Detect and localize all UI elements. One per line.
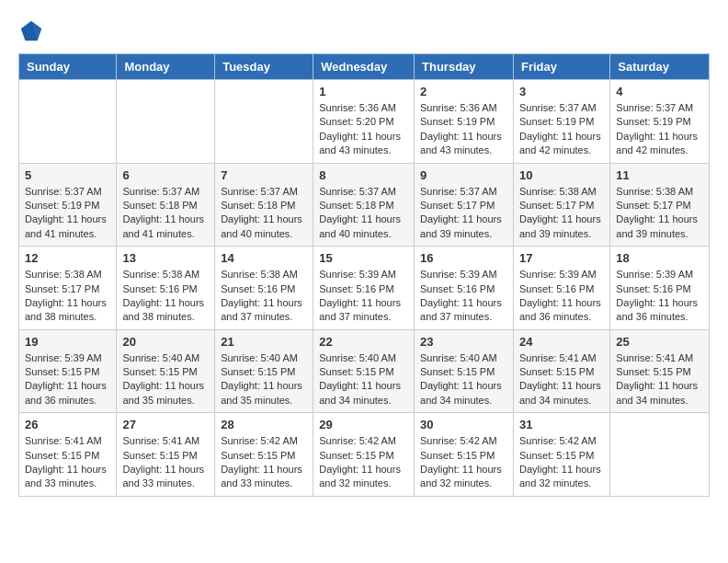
day-info: Sunrise: 5:37 AM Sunset: 5:17 PM Dayligh… [420,185,507,242]
header-cell: Tuesday [215,54,313,80]
calendar-cell: 17Sunrise: 5:39 AM Sunset: 5:16 PM Dayli… [513,247,609,330]
day-number: 31 [519,418,604,431]
calendar-header: SundayMondayTuesdayWednesdayThursdayFrid… [19,54,710,80]
day-info: Sunrise: 5:36 AM Sunset: 5:19 PM Dayligh… [420,101,507,158]
day-number: 22 [319,335,408,349]
day-info: Sunrise: 5:37 AM Sunset: 5:19 PM Dayligh… [519,101,604,158]
logo-icon [18,18,44,44]
calendar-cell: 14Sunrise: 5:38 AM Sunset: 5:16 PM Dayli… [215,247,313,330]
day-number: 8 [319,168,408,182]
day-info: Sunrise: 5:39 AM Sunset: 5:16 PM Dayligh… [319,268,408,325]
day-info: Sunrise: 5:40 AM Sunset: 5:15 PM Dayligh… [122,351,209,408]
day-number: 23 [420,335,507,349]
calendar-cell: 24Sunrise: 5:41 AM Sunset: 5:15 PM Dayli… [513,329,609,413]
day-number: 28 [221,418,307,431]
calendar-cell: 5Sunrise: 5:37 AM Sunset: 5:19 PM Daylig… [19,163,117,247]
day-number: 27 [122,418,209,431]
calendar-week-row: 12Sunrise: 5:38 AM Sunset: 5:17 PM Dayli… [19,247,710,330]
calendar-cell: 8Sunrise: 5:37 AM Sunset: 5:18 PM Daylig… [313,163,415,247]
day-number: 7 [221,168,307,182]
calendar-cell: 23Sunrise: 5:40 AM Sunset: 5:15 PM Dayli… [415,329,514,413]
calendar-cell: 2Sunrise: 5:36 AM Sunset: 5:19 PM Daylig… [415,80,514,164]
calendar-cell: 20Sunrise: 5:40 AM Sunset: 5:15 PM Dayli… [117,329,215,413]
calendar-cell [19,80,117,164]
day-info: Sunrise: 5:42 AM Sunset: 5:15 PM Dayligh… [519,434,604,491]
day-number: 14 [221,251,307,265]
day-info: Sunrise: 5:39 AM Sunset: 5:15 PM Dayligh… [25,351,110,408]
day-info: Sunrise: 5:36 AM Sunset: 5:20 PM Dayligh… [319,101,408,158]
calendar-cell: 1Sunrise: 5:36 AM Sunset: 5:20 PM Daylig… [313,80,415,164]
calendar-cell: 28Sunrise: 5:42 AM Sunset: 5:15 PM Dayli… [215,413,313,497]
day-info: Sunrise: 5:42 AM Sunset: 5:15 PM Dayligh… [319,434,408,491]
day-number: 21 [221,335,307,349]
calendar-cell: 12Sunrise: 5:38 AM Sunset: 5:17 PM Dayli… [19,247,117,330]
day-number: 29 [319,418,408,431]
day-info: Sunrise: 5:39 AM Sunset: 5:16 PM Dayligh… [616,268,703,325]
calendar-week-row: 19Sunrise: 5:39 AM Sunset: 5:15 PM Dayli… [19,329,710,413]
day-number: 20 [122,335,209,349]
calendar-cell: 30Sunrise: 5:42 AM Sunset: 5:15 PM Dayli… [415,413,514,497]
day-number: 10 [519,168,604,182]
header-cell: Wednesday [313,54,415,80]
day-number: 13 [122,251,209,265]
day-number: 4 [616,85,703,98]
day-info: Sunrise: 5:42 AM Sunset: 5:15 PM Dayligh… [420,434,507,491]
page-header [18,18,710,44]
day-info: Sunrise: 5:38 AM Sunset: 5:17 PM Dayligh… [519,185,604,242]
calendar-cell: 4Sunrise: 5:37 AM Sunset: 5:19 PM Daylig… [610,80,710,164]
calendar-cell: 31Sunrise: 5:42 AM Sunset: 5:15 PM Dayli… [513,413,609,497]
day-info: Sunrise: 5:41 AM Sunset: 5:15 PM Dayligh… [25,434,110,491]
day-number: 11 [616,168,703,182]
calendar-cell [610,413,710,497]
day-number: 9 [420,168,507,182]
day-info: Sunrise: 5:38 AM Sunset: 5:16 PM Dayligh… [122,268,209,325]
day-info: Sunrise: 5:41 AM Sunset: 5:15 PM Dayligh… [519,351,604,408]
day-info: Sunrise: 5:40 AM Sunset: 5:15 PM Dayligh… [319,351,408,408]
day-number: 16 [420,251,507,265]
calendar-cell: 21Sunrise: 5:40 AM Sunset: 5:15 PM Dayli… [215,329,313,413]
calendar-cell: 11Sunrise: 5:38 AM Sunset: 5:17 PM Dayli… [610,163,710,247]
day-info: Sunrise: 5:37 AM Sunset: 5:19 PM Dayligh… [25,185,110,242]
day-info: Sunrise: 5:40 AM Sunset: 5:15 PM Dayligh… [221,351,307,408]
calendar-week-row: 1Sunrise: 5:36 AM Sunset: 5:20 PM Daylig… [19,80,710,164]
calendar-cell [117,80,215,164]
header-cell: Thursday [415,54,514,80]
calendar-cell: 29Sunrise: 5:42 AM Sunset: 5:15 PM Dayli… [313,413,415,497]
header-cell: Friday [513,54,609,80]
calendar-cell: 16Sunrise: 5:39 AM Sunset: 5:16 PM Dayli… [415,247,514,330]
calendar-cell: 10Sunrise: 5:38 AM Sunset: 5:17 PM Dayli… [513,163,609,247]
day-number: 3 [519,85,604,98]
calendar-cell: 19Sunrise: 5:39 AM Sunset: 5:15 PM Dayli… [19,329,117,413]
day-number: 25 [616,335,703,349]
calendar-cell: 9Sunrise: 5:37 AM Sunset: 5:17 PM Daylig… [415,163,514,247]
logo [18,18,48,44]
calendar-body: 1Sunrise: 5:36 AM Sunset: 5:20 PM Daylig… [19,80,710,497]
day-info: Sunrise: 5:39 AM Sunset: 5:16 PM Dayligh… [519,268,604,325]
header-cell: Monday [117,54,215,80]
day-number: 5 [25,168,110,182]
calendar-cell: 6Sunrise: 5:37 AM Sunset: 5:18 PM Daylig… [117,163,215,247]
calendar-cell: 22Sunrise: 5:40 AM Sunset: 5:15 PM Dayli… [313,329,415,413]
calendar-cell: 18Sunrise: 5:39 AM Sunset: 5:16 PM Dayli… [610,247,710,330]
day-number: 18 [616,251,703,265]
calendar-cell: 15Sunrise: 5:39 AM Sunset: 5:16 PM Dayli… [313,247,415,330]
day-info: Sunrise: 5:38 AM Sunset: 5:17 PM Dayligh… [616,185,703,242]
day-info: Sunrise: 5:37 AM Sunset: 5:18 PM Dayligh… [122,185,209,242]
header-cell: Sunday [19,54,117,80]
day-number: 19 [25,335,110,349]
calendar-week-row: 26Sunrise: 5:41 AM Sunset: 5:15 PM Dayli… [19,413,710,497]
day-number: 26 [25,418,110,431]
day-info: Sunrise: 5:42 AM Sunset: 5:15 PM Dayligh… [221,434,307,491]
day-number: 1 [319,85,408,98]
day-number: 17 [519,251,604,265]
day-info: Sunrise: 5:41 AM Sunset: 5:15 PM Dayligh… [122,434,209,491]
day-number: 15 [319,251,408,265]
header-cell: Saturday [610,54,710,80]
day-info: Sunrise: 5:40 AM Sunset: 5:15 PM Dayligh… [420,351,507,408]
day-number: 2 [420,85,507,98]
calendar-cell: 13Sunrise: 5:38 AM Sunset: 5:16 PM Dayli… [117,247,215,330]
day-info: Sunrise: 5:38 AM Sunset: 5:16 PM Dayligh… [221,268,307,325]
day-info: Sunrise: 5:39 AM Sunset: 5:16 PM Dayligh… [420,268,507,325]
calendar-cell: 3Sunrise: 5:37 AM Sunset: 5:19 PM Daylig… [513,80,609,164]
calendar-week-row: 5Sunrise: 5:37 AM Sunset: 5:19 PM Daylig… [19,163,710,247]
